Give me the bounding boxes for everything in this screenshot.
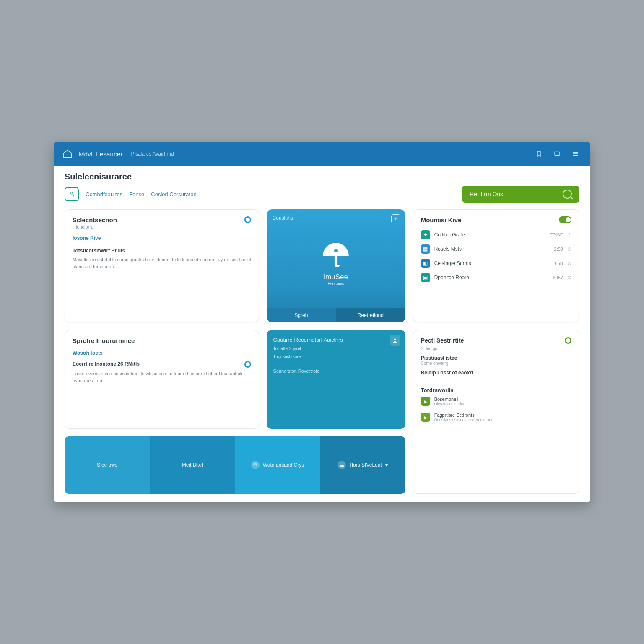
list-item-value: TPISE [550,232,563,237]
list-item-value: 6057 [553,275,563,280]
radio-indicator-icon[interactable] [244,216,251,223]
svg-point-1 [71,192,73,194]
panel-sub: Sideo golt [421,346,571,351]
trend-item[interactable]: ▸ Bosemonell Oies tea otul uliita [421,393,571,409]
product-tile[interactable]: Cousltihs imuSee Fsocoivs Sgreh Reetreti… [267,209,405,322]
app-screen: MdvL Lesaucer P'salarcs Avairf rnd Sulel… [54,142,590,502]
confirm-footer-link[interactable]: Seunerston Rovertrote [273,365,399,374]
product-tile-head: Cousltihs [273,215,400,221]
chevron-right-icon: ⊙ [567,260,571,266]
spore-body: Foare ovoers solee nosrstcobedl ts vitss… [73,370,251,384]
bottom-seg-1[interactable]: Slee ows [65,436,150,494]
selection-card: Sclecntsecnon Hienclorra Iosone Rive Tot… [65,209,259,322]
list-title: Moumisi Kive [421,216,462,223]
bottom-action-bar: Slee ows Meit Bttel ✉ Wutir antiand Crys… [65,436,405,494]
chat-bubble-icon: ✉ [251,461,260,469]
product-action-right[interactable]: Reetretiond [336,308,405,322]
chat-icon[interactable] [551,148,564,160]
trend-item-sub: Oies tea otul uliita [434,402,465,406]
product-tag: Fsocoivs [327,281,344,286]
toggle-switch[interactable] [559,216,571,223]
radio-indicator-icon[interactable] [244,361,251,368]
panel-item-1-title: Pisstiuasl istee [421,355,571,361]
detail-panel: Pectl Sestrirtite Sideo golt Pisstiuasl … [413,330,579,494]
page-title: Sulelecnisurarce [65,172,579,182]
tab-link-1[interactable]: Comhrifeau tes [86,191,122,197]
trend-item-sub: Oeesilarts esie un moot erocalt tiers [434,418,495,422]
panel-item-2-title: Beleip Losst of eaoxrl [421,370,571,376]
trend-item[interactable]: ▸ Fagprtisre Scdronts Oeesilarts esie un… [421,409,571,425]
badge-icon: ✦ [421,230,430,239]
bottom-seg-3[interactable]: ✉ Wutir antiand Crys [235,436,320,494]
selection-section: Totstleorsmwirt Sfulis [73,248,251,254]
selection-title: Sclecntsecnon [73,216,117,223]
list-item[interactable]: ◧ Celsingte Surms 65B ⊙ [421,256,571,270]
bottom-seg-2[interactable]: Meit Bttel [150,436,235,494]
product-action-left[interactable]: Sgreh [267,308,336,322]
plus-icon[interactable] [391,214,400,223]
status-ring-icon [565,337,571,344]
brand-subtitle: P'salarcs Avairf rnd [131,151,174,157]
topbar: MdvL Lesaucer P'salarcs Avairf rnd [54,142,590,166]
brand-name: MdvL Lesaucer [79,151,123,158]
spore-title: Sprctre Inuorurmnce [73,337,251,344]
person-icon [390,335,400,346]
list-item-label: Dpohitce Reare [434,275,549,280]
chevron-right-icon: ⊙ [567,232,571,238]
list-card: Moumisi Kive ✦ Coltiteil Grate TPISE ⊙ ▤… [413,209,579,322]
tab-link-3[interactable]: Ceslori Corsuraton [151,191,196,197]
chevron-down-icon: ▾ [385,462,388,468]
trends-title: Tordrsworils [421,387,571,393]
list-item[interactable]: ✦ Coltiteil Grate TPISE ⊙ [421,228,571,242]
tab-link-2[interactable]: Fonse [129,191,144,197]
list-item-label: Celsingte Surms [434,260,551,266]
doc-icon: ▤ [421,244,430,254]
list-item-label: Rosels Msts [434,246,550,252]
search-icon [563,190,572,199]
panel-item-1-sub: Come onwarrg [421,361,571,366]
list-item-value: 2:53 [554,247,563,252]
list-item-value: 65B [555,261,563,266]
list-item[interactable]: ▣ Dpohitce Reare 6057 ⊙ [421,270,571,285]
bottom-seg-label: Meit Bttel [182,462,203,468]
bottom-seg-4[interactable]: ☁ Hors SIVeLout ▾ [320,436,405,494]
trends-section: Tordrsworils ▸ Bosemonell Oies tea otul … [413,382,579,425]
cloud-icon: ☁ [338,461,346,469]
bottom-seg-label: Hors SIVeLout [349,462,382,468]
spore-section: Eocrrtire Inontone 26 RMitls [73,361,140,367]
brand-logo-icon [62,148,73,159]
umbrella-icon [320,240,351,271]
product-name: imuSee [324,273,348,281]
selection-body: Masidtes le dshrtal le surse grastrs hee… [73,256,251,270]
tag-icon: ◧ [421,259,430,268]
bookmark-icon[interactable] [532,148,545,160]
chevron-right-icon: ⊙ [567,246,571,252]
primary-cta-button[interactable]: Rer IIrm Oos [462,186,579,203]
trend-icon: ▸ [421,397,430,406]
spore-card: Sprctre Inuorurmnce Wosoh toets Eocrrtir… [65,330,259,428]
cta-label: Rer IIrm Oos [470,191,503,197]
confirm-tile[interactable]: Coutirre Recornetarl Aaiclnrs Toil atte … [267,330,405,428]
trend-icon: ▸ [421,413,430,422]
subheader: Sulelecnisurarce [54,166,590,182]
spore-link[interactable]: Wosoh toets [73,350,251,356]
selection-subtitle: Hienclorra [73,224,117,229]
trend-item-title: Fagprtisre Scdronts [434,413,495,418]
confirm-title: Coutirre Recornetarl Aaiclnrs [273,337,399,343]
list-item[interactable]: ▤ Rosels Msts 2:53 ⊙ [421,242,571,256]
bottom-seg-label: Wutir antiand Crys [263,462,304,468]
svg-point-2 [334,249,338,252]
tabbar: Comhrifeau tes Fonse Ceslori Corsuraton … [54,182,590,209]
trend-item-title: Bosemonell [434,397,465,402]
svg-rect-0 [555,152,560,155]
content-grid: Sclecntsecnon Hienclorra Iosone Rive Tot… [54,209,590,502]
menu-icon[interactable] [569,148,582,160]
tab-chip-icon[interactable] [65,187,79,201]
confirm-line-2: Troy sushtsure [273,354,399,359]
panel-title: Pectl Sestrirtite [421,337,464,344]
selection-link[interactable]: Iosone Rive [73,235,251,241]
chevron-right-icon: ⊙ [567,275,571,280]
confirm-line-1: Toil atte Sqarel [273,346,399,351]
bottom-seg-label: Slee ows [97,462,117,468]
list-item-label: Coltiteil Grate [434,232,546,238]
